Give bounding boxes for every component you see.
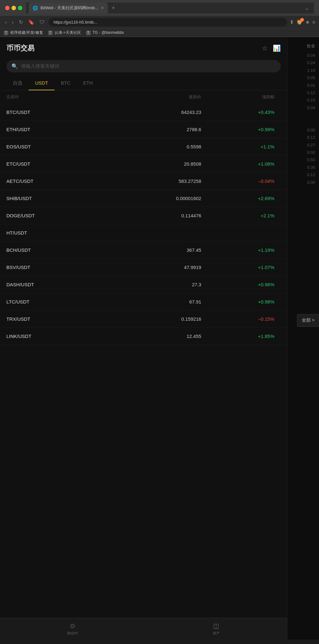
pair-name: EOS/USDT [6,144,104,149]
sidebar-value: 0.27 [307,141,315,149]
nav-label: 资产 [213,631,220,636]
tab-favorites[interactable]: 自选 [6,76,29,90]
bookmark-label-1: 程序搭建/开发/修复 [10,30,43,35]
pair-change: +1.08% [201,161,281,167]
window-controls [5,6,22,10]
table-row[interactable]: ETH/USDT 2788.6 +0.99% [0,121,287,138]
tab-close-button[interactable]: ✕ [101,6,104,10]
share-button[interactable]: ⬆ [290,19,294,25]
table-row[interactable]: LTC/USDT 67.91 +0.98% [0,293,287,311]
tab-overflow-button[interactable]: ⌄ [302,4,311,12]
pair-price: 27.3 [104,282,201,287]
pair-change: +1.19% [201,247,281,253]
pair-change: +2.1% [201,213,281,218]
back-button[interactable]: ‹ [4,18,8,26]
sidebar-value: 0.36 [307,164,315,171]
window-maximize-button[interactable] [18,6,22,10]
table-row[interactable]: BCH/USDT 367.45 +1.19% [0,242,287,259]
table-row[interactable]: AETC/USDT 583.27258 –0.04% [0,173,287,190]
tab-eth[interactable]: ETH [77,76,99,90]
star-icon[interactable]: ☆ [262,44,268,52]
all-label: 全部 > [302,318,315,323]
table-row[interactable]: ETC/USDT 20.8508 +1.08% [0,155,287,173]
pair-change: +1.07% [201,265,281,270]
bookmark-item-1[interactable]: T 程序搭建/开发/修复 [4,30,43,35]
favorites-button[interactable]: ★ [305,19,310,25]
tab-favicon: 🌐 [33,5,38,11]
sidebar-value: 0.12 [307,171,315,178]
table-row[interactable]: SHIB/USDT 0.00001602 +2.69% [0,190,287,207]
pair-price: 67.91 [104,299,201,304]
shield-button[interactable]: 🛡 [38,18,46,26]
nav-assets[interactable]: ◫ 资产 [213,622,220,636]
table-row[interactable]: BSV/USDT 47.9919 +1.07% [0,259,287,276]
pair-price: 0.159216 [104,316,201,322]
forward-button[interactable]: › [11,18,15,26]
sidebar-value [314,111,315,119]
pair-name: DOGE/USDT [6,213,104,218]
url-text: https://jys116-h5.timib... [54,20,97,25]
search-bar[interactable]: 🔍 请输入搜索关键词 [6,60,281,72]
col-header-price: 最新价 [104,94,201,100]
brave-shield-button[interactable]: 🦁 1 [296,19,303,25]
table-row[interactable]: TRX/USDT 0.159216 –0.15% [0,311,287,328]
pair-name: BTC/USDT [6,109,104,115]
pair-change: +0.99% [201,127,281,132]
pair-name: BSV/USDT [6,265,104,270]
bookmark-favicon-1: T [4,31,8,35]
search-placeholder-text: 请输入搜索关键词 [21,63,59,69]
reload-button[interactable]: ↻ [18,18,24,26]
bookmark-label-2: 认准->天美社区 [55,30,81,35]
pair-change: –0.15% [201,316,281,322]
pair-price: 12.455 [104,333,201,339]
pair-name: BCH/USDT [6,247,104,253]
sidebar-value: 0.01 [307,82,315,89]
new-tab-button[interactable]: + [109,4,118,13]
window-minimize-button[interactable] [11,6,16,10]
pair-price: 20.8508 [104,161,201,167]
pair-change: +0.43% [201,109,281,115]
table-row[interactable]: HT/USDT [0,224,287,242]
pair-price: 0.5598 [104,144,201,149]
pair-price: 0.114476 [104,213,201,218]
table-row[interactable]: DASH/USDT 27.3 +0.96% [0,276,287,293]
search-icon: 🔍 [11,63,18,69]
table-row[interactable]: LINK/USDT 12.455 +1.85% [0,328,287,345]
table-row[interactable]: DOGE/USDT 0.114476 +2.1% [0,207,287,224]
address-actions: ⬆ 🦁 1 ★ ≡ [290,19,315,25]
pair-price: 0.00001602 [104,196,201,201]
pair-name: ETC/USDT [6,161,104,167]
tab-usdt[interactable]: USDT [29,76,55,90]
assets-icon: ◫ [213,622,219,630]
bookmark-item-2[interactable]: T 认准->天美社区 [48,30,81,35]
sidebar-value: 0.15 [307,96,315,104]
pair-change: –0.04% [201,178,281,184]
table-row[interactable]: EOS/USDT 0.5598 +1.1% [0,138,287,155]
pair-price: 367.45 [104,247,201,253]
tabs-container: 自选 USDT BTC ETH [0,76,287,90]
window-close-button[interactable] [5,6,10,10]
sidebar-value: 0.24 [307,59,315,66]
pair-price: 47.9919 [104,265,201,270]
chart-icon[interactable]: 📊 [273,44,281,52]
tab-btc[interactable]: BTC [55,76,77,90]
browser-chrome: 🌐 BitWell - 天美社区源码网timib... ✕ + ⌄ ‹ › ↻ … [0,0,319,37]
pair-name: TRX/USDT [6,316,104,322]
sidebar-value: 0.12 [307,134,315,141]
pair-price: 2788.6 [104,127,201,132]
quick-contract-icon: ⊙ [70,622,75,630]
nav-label: 秒合约 [67,631,78,636]
pair-change: +2.69% [201,196,281,201]
sidebar-header: 数量 [287,37,319,52]
menu-button[interactable]: ≡ [312,19,315,25]
bookmark-favicon-2: T [48,31,53,35]
bookmark-item-3[interactable]: T TG：@tianmeibbs [86,30,124,35]
pair-name: SHIB/USDT [6,196,104,201]
browser-titlebar: 🌐 BitWell - 天美社区源码网timib... ✕ + ⌄ [0,0,319,16]
all-button[interactable]: 全部 > [297,314,319,327]
table-row[interactable]: BTC/USDT 64243.23 +0.43% [0,104,287,121]
active-tab[interactable]: 🌐 BitWell - 天美社区源码网timib... ✕ [29,3,108,13]
bookmark-button[interactable]: 🔖 [27,18,36,26]
address-bar[interactable]: https://jys116-h5.timib... [48,18,287,26]
nav-quick-contract[interactable]: ⊙ 秒合约 [67,622,78,636]
